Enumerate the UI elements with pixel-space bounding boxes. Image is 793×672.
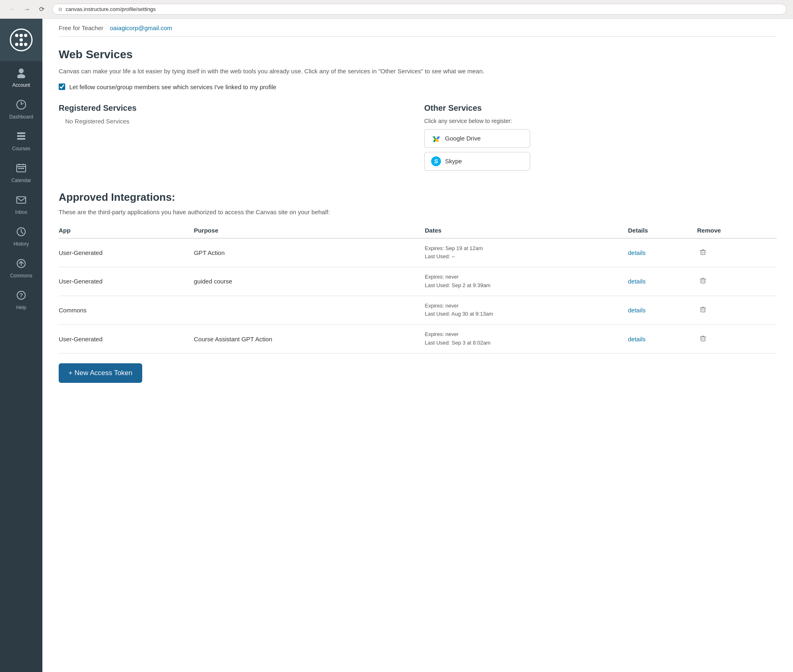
sidebar-item-dashboard[interactable]: Dashboard xyxy=(0,94,42,125)
browser-chrome: ← → ⟳ ⊙ canvas.instructure.com/profile/s… xyxy=(0,0,793,19)
svg-rect-12 xyxy=(22,168,24,169)
last-used-text: Last Used: -- xyxy=(425,253,623,261)
purpose-cell: Course Assistant GPT Action xyxy=(194,325,425,354)
google-drive-label: Google Drive xyxy=(445,135,481,142)
svg-rect-10 xyxy=(18,168,20,169)
services-grid: Registered Services No Registered Servic… xyxy=(59,103,777,175)
remove-button[interactable] xyxy=(697,246,709,259)
help-icon: ? xyxy=(16,290,26,303)
approved-integrations-heading: Approved Integrations: xyxy=(59,191,777,204)
svg-rect-19 xyxy=(701,250,705,255)
forward-button[interactable]: → xyxy=(21,4,33,15)
logo-dot xyxy=(24,34,27,37)
visibility-checkbox[interactable] xyxy=(59,83,65,90)
other-services-description: Click any service below to register: xyxy=(424,118,777,124)
svg-point-0 xyxy=(19,68,24,73)
sidebar-item-help[interactable]: ? Help xyxy=(0,284,42,316)
remove-button[interactable] xyxy=(697,275,709,288)
details-cell: details xyxy=(628,267,697,296)
history-icon xyxy=(16,226,26,239)
logo-dot xyxy=(20,38,23,42)
google-drive-icon xyxy=(431,134,441,143)
logo-dot xyxy=(15,43,18,46)
details-cell: details xyxy=(628,238,697,267)
remove-cell xyxy=(697,238,777,267)
remove-cell xyxy=(697,267,777,296)
logo-dot xyxy=(15,34,18,37)
details-link[interactable]: details xyxy=(628,307,645,314)
app-cell: User-Generated xyxy=(59,267,194,296)
canvas-logo-icon xyxy=(10,29,33,51)
sidebar-item-dashboard-label: Dashboard xyxy=(9,114,33,120)
remove-cell xyxy=(697,325,777,354)
back-button[interactable]: ← xyxy=(7,4,18,15)
new-access-token-button[interactable]: + New Access Token xyxy=(59,363,142,383)
svg-rect-29 xyxy=(701,308,705,312)
table-row: User-Generated GPT Action Expires: Sep 1… xyxy=(59,238,777,267)
svg-rect-11 xyxy=(20,168,22,169)
no-services-text: No Registered Services xyxy=(59,118,411,125)
sidebar-item-account[interactable]: Account xyxy=(0,61,42,94)
google-drive-button[interactable]: Google Drive xyxy=(424,129,530,148)
dates-cell: Expires: never Last Used: Sep 3 at 8:02a… xyxy=(425,325,628,354)
sidebar-item-commons[interactable]: Commons xyxy=(0,253,42,284)
address-bar[interactable]: ⊙ canvas.instructure.com/profile/setting… xyxy=(52,4,786,15)
purpose-cell: GPT Action xyxy=(194,238,425,267)
skype-button[interactable]: S Skype xyxy=(424,152,530,171)
registered-services-heading: Registered Services xyxy=(59,103,411,113)
col-purpose: Purpose xyxy=(194,224,425,238)
svg-rect-5 xyxy=(17,138,25,140)
remove-button[interactable] xyxy=(697,332,709,346)
details-link[interactable]: details xyxy=(628,336,645,343)
sidebar-logo xyxy=(0,19,42,61)
sidebar-item-help-label: Help xyxy=(16,305,26,310)
last-used-text: Last Used: Sep 2 at 9:39am xyxy=(425,281,623,290)
commons-icon xyxy=(16,258,26,271)
table-row: User-Generated Course Assistant GPT Acti… xyxy=(59,325,777,354)
app-cell: Commons xyxy=(59,296,194,325)
sidebar-item-history-label: History xyxy=(13,241,29,247)
other-services-panel: Other Services Click any service below t… xyxy=(424,103,777,175)
svg-rect-24 xyxy=(701,279,705,283)
web-services-description: Canvas can make your life a lot easier b… xyxy=(59,67,777,76)
sidebar-item-inbox[interactable]: Inbox xyxy=(0,189,42,221)
top-bar: Free for Teacher oaiagicorp@gmail.com xyxy=(59,19,777,37)
last-used-text: Last Used: Sep 3 at 8:02am xyxy=(425,339,623,347)
logo-dot xyxy=(20,43,23,46)
sidebar-item-commons-label: Commons xyxy=(10,273,33,279)
svg-rect-4 xyxy=(17,135,25,137)
svg-text:?: ? xyxy=(20,292,23,299)
visibility-checkbox-label: Let fellow course/group members see whic… xyxy=(69,83,276,90)
skype-icon: S xyxy=(431,156,441,166)
sidebar-item-inbox-label: Inbox xyxy=(15,209,27,215)
integrations-table-head: App Purpose Dates Details Remove xyxy=(59,224,777,238)
sidebar-item-history[interactable]: History xyxy=(0,221,42,253)
expires-text: Expires: never xyxy=(425,302,623,310)
account-email[interactable]: oaiagicorp@gmail.com xyxy=(110,24,172,31)
account-icon xyxy=(15,67,27,81)
address-icon: ⊙ xyxy=(58,7,62,12)
approved-integrations-description: These are the third-party applications y… xyxy=(59,209,777,215)
sidebar-item-account-label: Account xyxy=(12,82,30,88)
remove-button[interactable] xyxy=(697,303,709,317)
sidebar-item-courses[interactable]: Courses xyxy=(0,125,42,157)
svg-rect-3 xyxy=(17,132,25,134)
details-cell: details xyxy=(628,296,697,325)
calendar-icon xyxy=(16,163,26,176)
app-cell: User-Generated xyxy=(59,238,194,267)
dates-cell: Expires: never Last Used: Aug 30 at 9:13… xyxy=(425,296,628,325)
sidebar-item-calendar[interactable]: Calendar xyxy=(0,157,42,189)
browser-nav: ← → ⟳ xyxy=(7,4,47,15)
account-type-label: Free for Teacher xyxy=(59,24,104,31)
reload-button[interactable]: ⟳ xyxy=(36,4,47,15)
col-dates: Dates xyxy=(425,224,628,238)
svg-point-1 xyxy=(17,74,25,78)
other-services-heading: Other Services xyxy=(424,103,777,113)
svg-rect-34 xyxy=(701,337,705,341)
remove-cell xyxy=(697,296,777,325)
details-link[interactable]: details xyxy=(628,249,645,256)
integrations-table: App Purpose Dates Details Remove User-Ge… xyxy=(59,224,777,354)
details-link[interactable]: details xyxy=(628,278,645,285)
main-content: Free for Teacher oaiagicorp@gmail.com We… xyxy=(42,19,793,672)
integrations-table-body: User-Generated GPT Action Expires: Sep 1… xyxy=(59,238,777,354)
